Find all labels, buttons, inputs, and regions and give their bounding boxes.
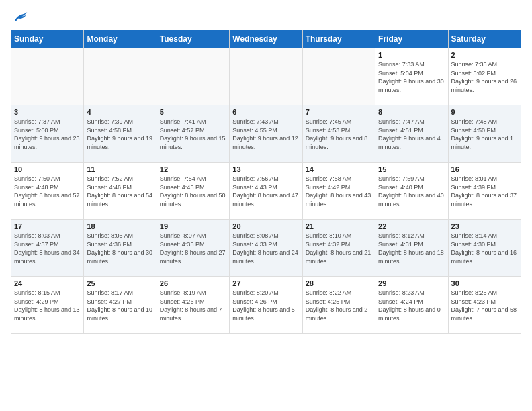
calendar-cell: 2Sunrise: 7:35 AMSunset: 5:02 PMDaylight… bbox=[448, 48, 521, 105]
day-info: Sunrise: 7:39 AMSunset: 4:58 PMDaylight:… bbox=[87, 118, 153, 151]
calendar-cell: 30Sunrise: 8:25 AMSunset: 4:23 PMDayligh… bbox=[448, 277, 521, 334]
day-number: 15 bbox=[378, 165, 445, 173]
weekday-header-monday: Monday bbox=[84, 30, 157, 48]
day-number: 13 bbox=[232, 165, 299, 173]
calendar-cell: 22Sunrise: 8:12 AMSunset: 4:31 PMDayligh… bbox=[375, 220, 448, 277]
day-info: Sunrise: 7:59 AMSunset: 4:40 PMDaylight:… bbox=[378, 175, 445, 208]
day-number: 4 bbox=[87, 108, 153, 116]
calendar-cell: 27Sunrise: 8:20 AMSunset: 4:26 PMDayligh… bbox=[230, 277, 302, 334]
calendar-cell bbox=[302, 48, 375, 105]
calendar-week-5: 24Sunrise: 8:15 AMSunset: 4:29 PMDayligh… bbox=[11, 277, 521, 334]
day-info: Sunrise: 8:23 AMSunset: 4:24 PMDaylight:… bbox=[378, 289, 445, 322]
weekday-header-thursday: Thursday bbox=[302, 30, 375, 48]
calendar-cell: 24Sunrise: 8:15 AMSunset: 4:29 PMDayligh… bbox=[11, 277, 84, 334]
day-info: Sunrise: 8:08 AMSunset: 4:33 PMDaylight:… bbox=[232, 232, 299, 265]
weekday-header-tuesday: Tuesday bbox=[157, 30, 229, 48]
day-number: 22 bbox=[378, 222, 445, 230]
calendar-week-2: 3Sunrise: 7:37 AMSunset: 5:00 PMDaylight… bbox=[11, 105, 521, 163]
calendar-cell: 26Sunrise: 8:19 AMSunset: 4:26 PMDayligh… bbox=[157, 277, 229, 334]
day-number: 26 bbox=[160, 279, 226, 287]
calendar-header-row: SundayMondayTuesdayWednesdayThursdayFrid… bbox=[11, 30, 521, 48]
weekday-header-friday: Friday bbox=[375, 30, 448, 48]
calendar-week-3: 10Sunrise: 7:50 AMSunset: 4:48 PMDayligh… bbox=[11, 163, 521, 220]
day-info: Sunrise: 8:17 AMSunset: 4:27 PMDaylight:… bbox=[87, 289, 153, 322]
day-info: Sunrise: 7:48 AMSunset: 4:50 PMDaylight:… bbox=[451, 118, 518, 151]
day-number: 24 bbox=[14, 279, 81, 287]
day-info: Sunrise: 7:35 AMSunset: 5:02 PMDaylight:… bbox=[451, 60, 518, 94]
calendar-cell: 15Sunrise: 7:59 AMSunset: 4:40 PMDayligh… bbox=[375, 163, 448, 220]
calendar-cell: 6Sunrise: 7:43 AMSunset: 4:55 PMDaylight… bbox=[230, 105, 302, 163]
calendar-cell bbox=[84, 48, 157, 105]
calendar-cell: 5Sunrise: 7:41 AMSunset: 4:57 PMDaylight… bbox=[157, 105, 229, 163]
calendar-week-4: 17Sunrise: 8:03 AMSunset: 4:37 PMDayligh… bbox=[11, 220, 521, 277]
calendar-cell: 9Sunrise: 7:48 AMSunset: 4:50 PMDaylight… bbox=[448, 105, 521, 163]
day-info: Sunrise: 8:01 AMSunset: 4:39 PMDaylight:… bbox=[451, 175, 518, 208]
day-number: 20 bbox=[232, 222, 299, 230]
day-info: Sunrise: 8:20 AMSunset: 4:26 PMDaylight:… bbox=[232, 289, 299, 322]
day-info: Sunrise: 7:45 AMSunset: 4:53 PMDaylight:… bbox=[306, 118, 372, 151]
calendar-cell: 4Sunrise: 7:39 AMSunset: 4:58 PMDaylight… bbox=[84, 105, 157, 163]
calendar-cell: 8Sunrise: 7:47 AMSunset: 4:51 PMDaylight… bbox=[375, 105, 448, 163]
day-info: Sunrise: 8:03 AMSunset: 4:37 PMDaylight:… bbox=[14, 232, 81, 265]
calendar-cell: 10Sunrise: 7:50 AMSunset: 4:48 PMDayligh… bbox=[11, 163, 84, 220]
page-header bbox=[11, 11, 521, 24]
day-info: Sunrise: 7:54 AMSunset: 4:45 PMDaylight:… bbox=[160, 175, 226, 208]
calendar-table: SundayMondayTuesdayWednesdayThursdayFrid… bbox=[11, 30, 521, 334]
day-info: Sunrise: 8:12 AMSunset: 4:31 PMDaylight:… bbox=[378, 232, 445, 265]
logo bbox=[11, 11, 28, 24]
calendar-cell: 12Sunrise: 7:54 AMSunset: 4:45 PMDayligh… bbox=[157, 163, 229, 220]
logo-bird-icon bbox=[12, 11, 28, 24]
calendar-cell: 29Sunrise: 8:23 AMSunset: 4:24 PMDayligh… bbox=[375, 277, 448, 334]
day-info: Sunrise: 7:56 AMSunset: 4:43 PMDaylight:… bbox=[232, 175, 299, 208]
day-info: Sunrise: 7:47 AMSunset: 4:51 PMDaylight:… bbox=[378, 118, 445, 151]
calendar-cell: 13Sunrise: 7:56 AMSunset: 4:43 PMDayligh… bbox=[230, 163, 302, 220]
calendar-cell: 7Sunrise: 7:45 AMSunset: 4:53 PMDaylight… bbox=[302, 105, 375, 163]
calendar-cell bbox=[157, 48, 229, 105]
calendar-cell: 21Sunrise: 8:10 AMSunset: 4:32 PMDayligh… bbox=[302, 220, 375, 277]
weekday-header-wednesday: Wednesday bbox=[230, 30, 302, 48]
day-number: 10 bbox=[14, 165, 81, 173]
day-number: 23 bbox=[451, 222, 518, 230]
calendar-cell: 18Sunrise: 8:05 AMSunset: 4:36 PMDayligh… bbox=[84, 220, 157, 277]
day-number: 17 bbox=[14, 222, 81, 230]
day-info: Sunrise: 7:33 AMSunset: 5:04 PMDaylight:… bbox=[378, 60, 445, 94]
calendar-cell: 19Sunrise: 8:07 AMSunset: 4:35 PMDayligh… bbox=[157, 220, 229, 277]
day-number: 7 bbox=[306, 108, 372, 116]
day-info: Sunrise: 7:37 AMSunset: 5:00 PMDaylight:… bbox=[14, 118, 81, 151]
calendar-cell: 23Sunrise: 8:14 AMSunset: 4:30 PMDayligh… bbox=[448, 220, 521, 277]
calendar-cell: 3Sunrise: 7:37 AMSunset: 5:00 PMDaylight… bbox=[11, 105, 84, 163]
day-info: Sunrise: 7:52 AMSunset: 4:46 PMDaylight:… bbox=[87, 175, 153, 208]
calendar-cell: 1Sunrise: 7:33 AMSunset: 5:04 PMDaylight… bbox=[375, 48, 448, 105]
calendar-cell bbox=[230, 48, 302, 105]
day-number: 11 bbox=[87, 165, 153, 173]
day-number: 9 bbox=[451, 108, 518, 116]
calendar-week-1: 1Sunrise: 7:33 AMSunset: 5:04 PMDaylight… bbox=[11, 48, 521, 105]
calendar-cell: 16Sunrise: 8:01 AMSunset: 4:39 PMDayligh… bbox=[448, 163, 521, 220]
day-info: Sunrise: 8:22 AMSunset: 4:25 PMDaylight:… bbox=[306, 289, 372, 322]
day-info: Sunrise: 8:05 AMSunset: 4:36 PMDaylight:… bbox=[87, 232, 153, 265]
day-number: 27 bbox=[232, 279, 299, 287]
day-number: 29 bbox=[378, 279, 445, 287]
day-number: 2 bbox=[451, 51, 518, 59]
day-info: Sunrise: 7:58 AMSunset: 4:42 PMDaylight:… bbox=[306, 175, 372, 208]
day-number: 8 bbox=[378, 108, 445, 116]
day-info: Sunrise: 8:19 AMSunset: 4:26 PMDaylight:… bbox=[160, 289, 226, 322]
day-number: 1 bbox=[378, 51, 445, 59]
calendar-cell: 25Sunrise: 8:17 AMSunset: 4:27 PMDayligh… bbox=[84, 277, 157, 334]
day-info: Sunrise: 8:14 AMSunset: 4:30 PMDaylight:… bbox=[451, 232, 518, 265]
day-info: Sunrise: 7:50 AMSunset: 4:48 PMDaylight:… bbox=[14, 175, 81, 208]
day-info: Sunrise: 8:25 AMSunset: 4:23 PMDaylight:… bbox=[451, 289, 518, 322]
weekday-header-sunday: Sunday bbox=[11, 30, 84, 48]
day-number: 14 bbox=[306, 165, 372, 173]
calendar-cell: 28Sunrise: 8:22 AMSunset: 4:25 PMDayligh… bbox=[302, 277, 375, 334]
calendar-cell bbox=[11, 48, 84, 105]
day-number: 30 bbox=[451, 279, 518, 287]
day-info: Sunrise: 8:10 AMSunset: 4:32 PMDaylight:… bbox=[306, 232, 372, 265]
day-number: 6 bbox=[232, 108, 299, 116]
day-info: Sunrise: 7:43 AMSunset: 4:55 PMDaylight:… bbox=[232, 118, 299, 151]
day-number: 18 bbox=[87, 222, 153, 230]
day-number: 5 bbox=[160, 108, 226, 116]
calendar-cell: 17Sunrise: 8:03 AMSunset: 4:37 PMDayligh… bbox=[11, 220, 84, 277]
day-number: 28 bbox=[306, 279, 372, 287]
calendar-cell: 11Sunrise: 7:52 AMSunset: 4:46 PMDayligh… bbox=[84, 163, 157, 220]
